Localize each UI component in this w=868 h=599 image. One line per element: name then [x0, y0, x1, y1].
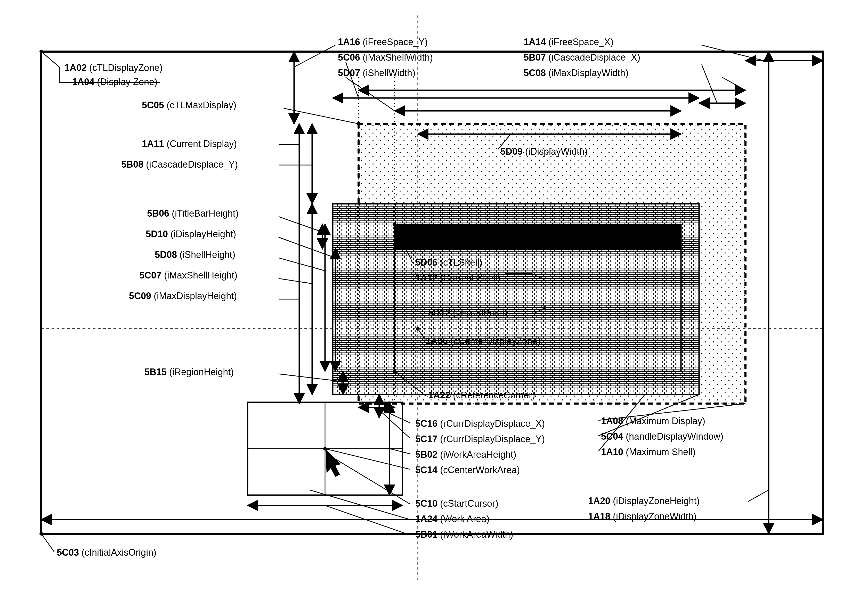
label-5C14: 5C14 (cCenterWorkArea)	[415, 465, 520, 475]
svg-line-20	[279, 217, 322, 232]
svg-line-29	[389, 448, 410, 454]
label-5C08: 5C08 (iMaxDisplayWidth)	[524, 68, 628, 78]
svg-line-9	[294, 45, 335, 67]
svg-line-13	[346, 77, 395, 111]
label-5C07: 5C07 (iMaxShellHeight)	[139, 270, 237, 281]
label-5C09: 5C09 (iMaxDisplayHeight)	[129, 290, 237, 301]
label-1A18: 1A18 (iDisplayZoneWidth)	[588, 511, 696, 522]
label-5D06: 5D06 (cTLShell)	[415, 257, 482, 268]
label-5D10: 5D10 (iDisplayHeight)	[146, 229, 236, 239]
label-1A10: 1A10 (Maximum Shell)	[601, 447, 695, 457]
label-5B06: 5B06 (iTitleBarHeight)	[147, 208, 239, 219]
label-5D09: 5D09 (iDisplayWidth)	[500, 146, 588, 157]
title-bar-rect	[395, 224, 681, 249]
svg-line-14	[722, 77, 746, 90]
label-5C10: 5C10 (cStartCursor)	[415, 498, 498, 509]
svg-line-27	[377, 408, 410, 423]
label-5B07: 5B07 (iCascadeDisplace_X)	[524, 52, 640, 63]
label-5C06: 5C06 (iMaxShellWidth)	[338, 52, 433, 63]
label-1A16: 1A16 (iFreeSpace_Y)	[338, 37, 428, 47]
label-5B01: 5B01 (iWorkAreaWidth)	[415, 529, 513, 540]
label-5B15: 5B15 (iRegionHeight)	[145, 367, 234, 377]
label-1A14: 1A14 (iFreeSpace_X)	[524, 37, 613, 47]
label-5C05: 5C05 (cTLMaxDisplay)	[142, 100, 236, 110]
svg-line-22	[279, 258, 325, 271]
label-1A12: 1A12 (Current Shell)	[415, 272, 500, 283]
label-1A04: 1A04 (Display Zone)	[72, 77, 157, 87]
label-5C16: 5C16 (rCurrDisplayDisplace_X)	[415, 418, 545, 429]
svg-line-31	[335, 459, 410, 504]
svg-line-30	[325, 448, 410, 469]
label-1A06: 1A06 (cCenterDisplayZone)	[426, 336, 541, 346]
label-5D07: 5D07 (iShellWidth)	[338, 68, 415, 78]
svg-line-21	[279, 237, 335, 258]
svg-line-5	[41, 51, 59, 67]
label-5D12: 5D12 (cFixedPoint)	[428, 307, 508, 318]
diagram-root: 1A02 (cTLDisplayZone) 1A04 (Display Zone…	[0, 0, 868, 599]
svg-line-28	[379, 410, 410, 438]
label-5C04: 5C04 (handleDisplayWindow)	[601, 431, 723, 442]
cursor-icon	[326, 449, 341, 477]
svg-line-10	[702, 45, 764, 60]
label-1A22: 1A22 (cReferenceCorner)	[428, 390, 535, 400]
label-1A24: 1A24 (Work Area)	[415, 514, 489, 524]
svg-line-34	[748, 490, 769, 501]
label-5D08: 5D08 (iShellHeight)	[155, 249, 235, 260]
svg-line-8	[284, 108, 359, 124]
label-5B08: 5B08 (iCascadeDisplace_Y)	[121, 159, 238, 170]
label-1A11: 1A11 (Current Display)	[142, 138, 237, 149]
label-1A20: 1A20 (iDisplayZoneHeight)	[588, 495, 699, 506]
svg-line-12	[702, 65, 717, 103]
label-5C03: 5C03 (cInitialAxisOrigin)	[57, 547, 156, 558]
label-1A08: 1A08 (Maximum Display)	[601, 416, 705, 426]
svg-line-11	[346, 62, 359, 98]
label-5B02: 5B02 (iWorkAreaHeight)	[415, 449, 517, 460]
label-1A02: 1A02 (cTLDisplayZone)	[65, 62, 163, 73]
label-5C17: 5C17 (rCurrDisplayDisplace_Y)	[415, 434, 545, 444]
svg-line-36	[41, 534, 54, 552]
svg-line-23	[279, 278, 312, 284]
